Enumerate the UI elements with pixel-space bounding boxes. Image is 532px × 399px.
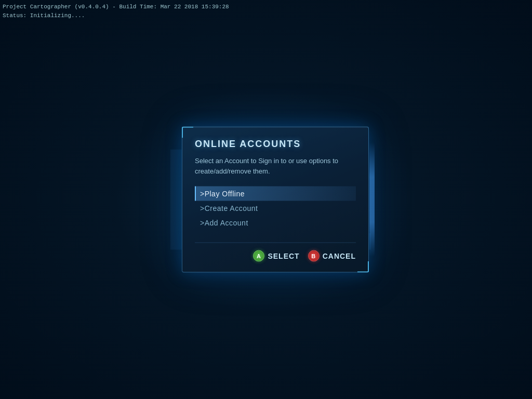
cancel-button[interactable]: B CANCEL (308, 250, 356, 262)
online-accounts-dialog: ONLINE ACCOUNTS Select an Account to Sig… (182, 127, 369, 273)
select-label: SELECT (268, 252, 299, 260)
menu-item-add-account[interactable]: >Add Account (195, 216, 356, 230)
b-button-icon: B (308, 250, 320, 262)
dialog-controls: A SELECT B CANCEL (195, 243, 356, 262)
status-line2: Status: Initializing.... (3, 11, 229, 20)
dialog-title: ONLINE ACCOUNTS (195, 139, 356, 150)
dialog-side-decoration (369, 143, 375, 257)
select-button[interactable]: A SELECT (253, 250, 299, 262)
cancel-label: CANCEL (323, 252, 356, 260)
status-bar: Project Cartographer (v0.4.0.4) - Build … (3, 3, 229, 20)
dialog-description: Select an Account to Sign in to or use o… (195, 156, 356, 176)
menu-item-create-account[interactable]: >Create Account (195, 201, 356, 216)
menu-list: >Play Offline >Create Account >Add Accou… (195, 187, 356, 230)
menu-item-play-offline[interactable]: >Play Offline (195, 187, 356, 201)
a-button-icon: A (253, 250, 264, 262)
status-line1: Project Cartographer (v0.4.0.4) - Build … (3, 3, 229, 11)
